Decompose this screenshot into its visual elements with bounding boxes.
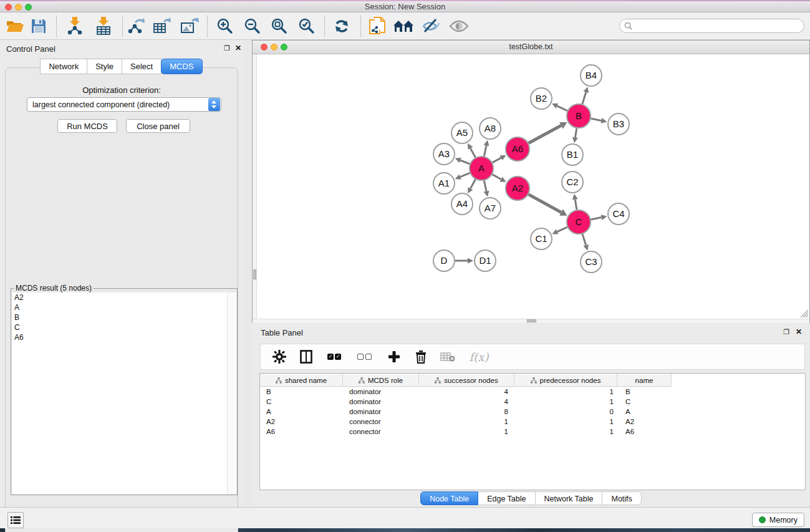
hscroll-thumb[interactable] [527, 319, 536, 322]
table-cell[interactable]: A [260, 408, 343, 415]
add-row-icon[interactable] [386, 349, 402, 365]
minimize-network-light[interactable] [271, 44, 277, 51]
duplicate-network-icon[interactable] [366, 16, 388, 36]
node-table[interactable]: shared nameMCDS rolesuccessor nodesprede… [259, 373, 806, 490]
settings-gear-icon[interactable] [271, 349, 287, 365]
import-table-icon[interactable] [92, 16, 115, 36]
edge-A-A2[interactable] [493, 175, 501, 180]
edge-A-A6[interactable] [493, 158, 501, 162]
column-header-predecessor-nodes[interactable]: predecessor nodes [514, 374, 617, 387]
function-builder-icon[interactable]: f(x) [466, 349, 491, 365]
table-cell[interactable]: 1 [514, 398, 617, 405]
edge-A-A1[interactable] [460, 173, 470, 177]
column-header-successor-nodes[interactable]: successor nodes [419, 374, 514, 387]
close-network-light[interactable] [261, 44, 268, 51]
edge-B-B3[interactable] [591, 118, 602, 120]
edge-A6-B[interactable] [529, 125, 561, 143]
edge-A-A7[interactable] [484, 181, 486, 191]
zoom-in-icon[interactable] [214, 16, 236, 36]
table-cell[interactable]: 4 [419, 388, 514, 395]
edge-C-C3[interactable] [582, 234, 586, 245]
edge-C-C1[interactable] [557, 227, 567, 231]
table-row[interactable]: Adominator80A [260, 407, 805, 417]
close-window-light[interactable] [5, 4, 12, 11]
criterion-dropdown[interactable]: largest connected component (directed) [27, 97, 221, 112]
deselect-all-checkboxes-icon[interactable] [355, 349, 375, 365]
result-item[interactable]: A6 [12, 332, 236, 342]
column-header-shared-name[interactable]: shared name [260, 374, 343, 387]
delete-table-icon[interactable] [440, 349, 456, 365]
houses-icon[interactable] [392, 16, 415, 36]
save-session-icon[interactable] [27, 16, 50, 36]
edge-A-A3[interactable] [460, 160, 470, 164]
table-cell[interactable]: 4 [419, 398, 514, 405]
tab-style[interactable]: Style [87, 59, 122, 74]
network-window-titlebar[interactable]: testGlobe.txt [253, 41, 809, 54]
zoom-window-light[interactable] [25, 4, 32, 11]
table-cell[interactable]: 1 [419, 418, 514, 425]
table-cell[interactable]: A6 [260, 428, 343, 435]
table-row[interactable]: A6connector11A6 [260, 427, 805, 437]
column-header-MCDS-role[interactable]: MCDS role [343, 374, 419, 387]
table-cell[interactable]: 1 [514, 388, 617, 395]
table-cell[interactable]: 0 [514, 408, 617, 415]
export-table-icon[interactable] [151, 16, 173, 36]
zoom-fit-icon[interactable] [268, 16, 291, 36]
result-item[interactable]: A [12, 302, 236, 312]
result-item[interactable]: B [12, 312, 236, 322]
result-item[interactable]: C [12, 322, 236, 332]
toggle-graphics-details-icon[interactable] [420, 16, 442, 36]
search-input[interactable] [635, 21, 804, 32]
tab-network[interactable]: Network [40, 59, 87, 74]
export-image-icon[interactable] [178, 16, 201, 36]
table-cell[interactable]: connector [343, 418, 419, 425]
task-history-button[interactable] [7, 512, 24, 528]
open-file-icon[interactable] [4, 16, 26, 36]
table-cell[interactable]: B [617, 388, 672, 395]
table-row[interactable]: A2connector11A2 [260, 417, 805, 427]
table-cell[interactable]: 1 [514, 428, 617, 435]
edge-A-A8[interactable] [484, 145, 486, 156]
edge-C-C4[interactable] [591, 218, 602, 220]
zoom-network-light[interactable] [281, 44, 287, 51]
close-panel-button[interactable]: Close panel [126, 119, 190, 133]
network-vertical-scrollbar[interactable] [253, 54, 257, 319]
table-cell[interactable]: 1 [514, 418, 617, 425]
tab-motifs[interactable]: Motifs [602, 491, 641, 505]
vscroll-thumb[interactable] [253, 269, 256, 279]
close-panel-icon[interactable]: ✕ [235, 44, 241, 52]
show-columns-icon[interactable] [298, 349, 314, 365]
zoom-out-icon[interactable] [241, 16, 264, 36]
table-row[interactable]: Cdominator41C [260, 397, 805, 407]
zoom-selected-icon[interactable] [296, 16, 318, 36]
tab-select[interactable]: Select [122, 59, 162, 74]
memory-button[interactable]: Memory [752, 513, 804, 527]
edge-B-B4[interactable] [582, 92, 586, 104]
tab-network-table[interactable]: Network Table [536, 491, 603, 505]
result-scrollbar[interactable] [227, 293, 236, 494]
table-cell[interactable]: A2 [260, 418, 343, 425]
table-cell[interactable]: 8 [419, 408, 514, 415]
search-field[interactable] [619, 19, 804, 33]
tab-edge-table[interactable]: Edge Table [478, 491, 535, 505]
delete-row-trash-icon[interactable] [413, 349, 429, 365]
tab-mcds[interactable]: MCDS [161, 59, 202, 74]
result-item[interactable]: A2 [12, 293, 236, 302]
minimize-window-light[interactable] [15, 4, 22, 11]
edge-C-C2[interactable] [575, 200, 577, 210]
table-cell[interactable]: dominator [343, 398, 419, 405]
table-cell[interactable]: dominator [343, 408, 419, 415]
resize-grip-icon[interactable] [799, 308, 808, 317]
mcds-result-list[interactable]: A2ABCA6 [12, 293, 236, 494]
select-all-checkboxes-icon[interactable]: ✓✓ [325, 349, 345, 365]
table-cell[interactable]: C [260, 398, 343, 405]
table-cell[interactable]: dominator [343, 388, 419, 395]
run-mcds-button[interactable]: Run MCDS [57, 119, 117, 133]
table-cell[interactable]: A [617, 408, 672, 415]
refresh-icon[interactable] [330, 16, 353, 36]
table-cell[interactable]: B [260, 388, 343, 395]
edge-B-B2[interactable] [557, 106, 567, 111]
column-header-name[interactable]: name [617, 374, 672, 387]
float-panel-icon[interactable]: ❐ [224, 44, 230, 52]
float-table-panel-icon[interactable]: ❐ [783, 328, 789, 336]
